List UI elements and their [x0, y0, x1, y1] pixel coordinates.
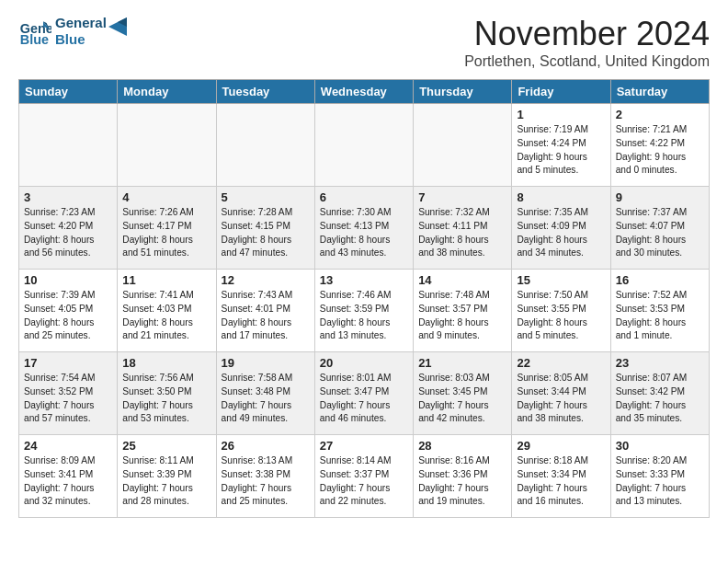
- calendar-cell: 4Sunrise: 7:26 AMSunset: 4:17 PMDaylight…: [118, 187, 216, 270]
- day-info: Sunrise: 7:52 AMSunset: 3:53 PMDaylight:…: [616, 289, 704, 343]
- day-number: 28: [418, 439, 506, 453]
- day-number: 1: [517, 108, 605, 121]
- day-number: 27: [320, 439, 408, 453]
- day-number: 12: [222, 273, 310, 287]
- day-number: 18: [122, 356, 210, 370]
- day-info: Sunrise: 7:43 AMSunset: 4:01 PMDaylight:…: [222, 289, 310, 343]
- calendar-cell: 25Sunrise: 8:11 AMSunset: 3:39 PMDayligh…: [118, 435, 216, 518]
- day-number: 16: [616, 273, 704, 287]
- day-number: 30: [616, 439, 704, 453]
- calendar-cell: 14Sunrise: 7:48 AMSunset: 3:57 PMDayligh…: [414, 270, 512, 352]
- weekday-header-thursday: Thursday: [414, 80, 512, 104]
- day-number: 14: [418, 273, 506, 287]
- logo-blue: Blue: [55, 31, 107, 48]
- week-row-1: 1Sunrise: 7:19 AMSunset: 4:24 PMDaylight…: [19, 104, 710, 187]
- day-number: 23: [616, 356, 704, 370]
- calendar-cell: [314, 104, 413, 187]
- calendar-cell: 23Sunrise: 8:07 AMSunset: 3:42 PMDayligh…: [610, 352, 709, 435]
- calendar-cell: [216, 104, 314, 187]
- calendar-cell: 5Sunrise: 7:28 AMSunset: 4:15 PMDaylight…: [216, 187, 314, 270]
- day-info: Sunrise: 7:41 AMSunset: 4:03 PMDaylight:…: [122, 289, 210, 343]
- day-number: 19: [222, 356, 310, 370]
- day-number: 24: [24, 439, 112, 453]
- logo-arrow-icon: [108, 17, 136, 36]
- calendar-cell: 29Sunrise: 8:18 AMSunset: 3:34 PMDayligh…: [512, 435, 610, 518]
- day-number: 8: [517, 190, 605, 204]
- calendar-cell: 20Sunrise: 8:01 AMSunset: 3:47 PMDayligh…: [314, 352, 413, 435]
- calendar-cell: 18Sunrise: 7:56 AMSunset: 3:50 PMDayligh…: [118, 352, 216, 435]
- logo-general: General: [55, 15, 107, 31]
- day-info: Sunrise: 8:13 AMSunset: 3:38 PMDaylight:…: [222, 454, 310, 509]
- calendar-cell: 19Sunrise: 7:58 AMSunset: 3:48 PMDayligh…: [216, 352, 314, 435]
- calendar-cell: [414, 104, 512, 187]
- day-info: Sunrise: 8:09 AMSunset: 3:41 PMDaylight:…: [24, 454, 112, 509]
- week-row-3: 10Sunrise: 7:39 AMSunset: 4:05 PMDayligh…: [19, 270, 710, 352]
- day-info: Sunrise: 7:56 AMSunset: 3:50 PMDaylight:…: [122, 372, 210, 426]
- day-info: Sunrise: 7:39 AMSunset: 4:05 PMDaylight:…: [24, 289, 112, 343]
- calendar-cell: 9Sunrise: 7:37 AMSunset: 4:07 PMDaylight…: [610, 187, 709, 270]
- calendar-cell: 26Sunrise: 8:13 AMSunset: 3:38 PMDayligh…: [216, 435, 314, 518]
- calendar-cell: 24Sunrise: 8:09 AMSunset: 3:41 PMDayligh…: [19, 435, 118, 518]
- day-info: Sunrise: 7:35 AMSunset: 4:09 PMDaylight:…: [517, 206, 605, 260]
- location: Portlethen, Scotland, United Kingdom: [464, 53, 710, 70]
- calendar-cell: 27Sunrise: 8:14 AMSunset: 3:37 PMDayligh…: [314, 435, 413, 518]
- month-title: November 2024: [464, 15, 710, 53]
- day-number: 6: [320, 190, 408, 204]
- day-info: Sunrise: 7:21 AMSunset: 4:22 PMDaylight:…: [616, 123, 704, 178]
- day-number: 11: [122, 273, 210, 287]
- calendar-cell: 16Sunrise: 7:52 AMSunset: 3:53 PMDayligh…: [610, 270, 709, 352]
- week-row-2: 3Sunrise: 7:23 AMSunset: 4:20 PMDaylight…: [19, 187, 710, 270]
- calendar-cell: 21Sunrise: 8:03 AMSunset: 3:45 PMDayligh…: [414, 352, 512, 435]
- logo: General Blue General Blue: [18, 15, 136, 48]
- calendar-cell: 30Sunrise: 8:20 AMSunset: 3:33 PMDayligh…: [610, 435, 709, 518]
- day-number: 4: [122, 190, 210, 204]
- weekday-header-wednesday: Wednesday: [314, 80, 413, 104]
- day-info: Sunrise: 7:37 AMSunset: 4:07 PMDaylight:…: [616, 206, 704, 260]
- calendar-cell: 10Sunrise: 7:39 AMSunset: 4:05 PMDayligh…: [19, 270, 118, 352]
- calendar-cell: 15Sunrise: 7:50 AMSunset: 3:55 PMDayligh…: [512, 270, 610, 352]
- day-number: 3: [24, 190, 112, 204]
- day-info: Sunrise: 7:50 AMSunset: 3:55 PMDaylight:…: [517, 289, 605, 343]
- weekday-header-friday: Friday: [512, 80, 610, 104]
- calendar-cell: [118, 104, 216, 187]
- day-info: Sunrise: 7:32 AMSunset: 4:11 PMDaylight:…: [418, 206, 506, 260]
- weekday-header-row: SundayMondayTuesdayWednesdayThursdayFrid…: [19, 80, 710, 104]
- weekday-header-tuesday: Tuesday: [216, 80, 314, 104]
- day-number: 22: [517, 356, 605, 370]
- calendar-cell: 17Sunrise: 7:54 AMSunset: 3:52 PMDayligh…: [19, 352, 118, 435]
- day-number: 13: [320, 273, 408, 287]
- title-block: November 2024 Portlethen, Scotland, Unit…: [464, 15, 710, 70]
- calendar-cell: 22Sunrise: 8:05 AMSunset: 3:44 PMDayligh…: [512, 352, 610, 435]
- header: General Blue General Blue November 2024 …: [18, 15, 710, 70]
- week-row-5: 24Sunrise: 8:09 AMSunset: 3:41 PMDayligh…: [19, 435, 710, 518]
- day-info: Sunrise: 8:07 AMSunset: 3:42 PMDaylight:…: [616, 372, 704, 426]
- day-number: 26: [222, 439, 310, 453]
- day-info: Sunrise: 7:30 AMSunset: 4:13 PMDaylight:…: [320, 206, 408, 260]
- weekday-header-sunday: Sunday: [19, 80, 118, 104]
- page: General Blue General Blue November 2024 …: [0, 0, 728, 533]
- day-info: Sunrise: 8:20 AMSunset: 3:33 PMDaylight:…: [616, 454, 704, 509]
- day-info: Sunrise: 8:03 AMSunset: 3:45 PMDaylight:…: [418, 372, 506, 426]
- day-number: 15: [517, 273, 605, 287]
- day-info: Sunrise: 7:54 AMSunset: 3:52 PMDaylight:…: [24, 372, 112, 426]
- weekday-header-saturday: Saturday: [610, 80, 709, 104]
- calendar-cell: 11Sunrise: 7:41 AMSunset: 4:03 PMDayligh…: [118, 270, 216, 352]
- day-info: Sunrise: 7:46 AMSunset: 3:59 PMDaylight:…: [320, 289, 408, 343]
- calendar-cell: 13Sunrise: 7:46 AMSunset: 3:59 PMDayligh…: [314, 270, 413, 352]
- day-number: 9: [616, 190, 704, 204]
- day-number: 21: [418, 356, 506, 370]
- day-number: 7: [418, 190, 506, 204]
- svg-text:Blue: Blue: [20, 32, 49, 47]
- day-info: Sunrise: 7:48 AMSunset: 3:57 PMDaylight:…: [418, 289, 506, 343]
- day-number: 25: [122, 439, 210, 453]
- calendar-cell: 12Sunrise: 7:43 AMSunset: 4:01 PMDayligh…: [216, 270, 314, 352]
- calendar-cell: [19, 104, 118, 187]
- day-number: 2: [616, 108, 704, 121]
- day-info: Sunrise: 7:26 AMSunset: 4:17 PMDaylight:…: [122, 206, 210, 260]
- day-info: Sunrise: 8:16 AMSunset: 3:36 PMDaylight:…: [418, 454, 506, 509]
- day-info: Sunrise: 8:01 AMSunset: 3:47 PMDaylight:…: [320, 372, 408, 426]
- day-info: Sunrise: 7:23 AMSunset: 4:20 PMDaylight:…: [24, 206, 112, 260]
- calendar-cell: 1Sunrise: 7:19 AMSunset: 4:24 PMDaylight…: [512, 104, 610, 187]
- day-number: 17: [24, 356, 112, 370]
- day-info: Sunrise: 8:18 AMSunset: 3:34 PMDaylight:…: [517, 454, 605, 509]
